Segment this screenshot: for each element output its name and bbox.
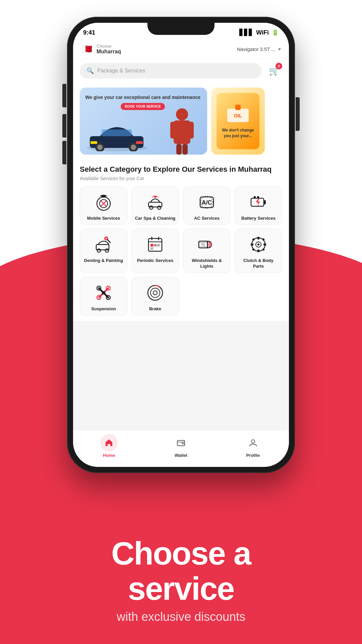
svg-rect-8 [136, 141, 143, 144]
svg-rect-44 [150, 247, 153, 250]
svg-rect-17 [235, 105, 241, 110]
nav-item-home[interactable]: Home [100, 434, 118, 458]
svg-rect-10 [174, 120, 190, 144]
category-label-brake: Brake [149, 306, 161, 312]
mobile-services-icon [93, 192, 114, 213]
wifi-icon: WiFi [256, 29, 269, 36]
location-section[interactable]: 🇧🇭 Choose Muharraq [81, 43, 121, 55]
location-choose-label: Choose [97, 44, 121, 49]
clutch-body-icon [248, 234, 269, 255]
categories-grid: Mobile Services [80, 186, 282, 316]
svg-text:A/C: A/C [202, 199, 212, 206]
home-icon-wrap [100, 434, 118, 451]
profile-icon-wrap [244, 434, 262, 451]
svg-point-22 [149, 206, 153, 209]
category-item-ac[interactable]: A/C AC Services [183, 186, 231, 225]
svg-rect-13 [176, 144, 182, 155]
category-item-windshield[interactable]: Windshields & Lights [183, 229, 231, 273]
profile-icon [248, 438, 258, 447]
svg-point-56 [257, 244, 259, 246]
svg-rect-6 [102, 129, 132, 136]
svg-rect-41 [150, 244, 153, 247]
category-label-windshield: Windshields & Lights [186, 258, 228, 269]
svg-text:OIL: OIL [234, 113, 242, 118]
category-item-denting[interactable]: Denting & Painting [80, 229, 127, 273]
banner-secondary[interactable]: OIL We don't change you just your... [211, 88, 265, 155]
periodic-services-icon [144, 234, 166, 255]
svg-point-23 [158, 206, 161, 209]
bottom-text-section: Choose aservice with exclusive discounts [0, 536, 362, 624]
svg-rect-61 [252, 238, 255, 241]
nav-label-wallet: Wallet [175, 453, 187, 458]
svg-rect-14 [182, 144, 188, 155]
search-placeholder: Package & Services [97, 68, 145, 74]
banner-container: We give your car exceptional care and ma… [80, 88, 282, 155]
car-spa-icon [144, 192, 166, 213]
svg-rect-57 [257, 237, 259, 239]
svg-rect-58 [257, 250, 259, 252]
brake-icon [144, 282, 166, 304]
svg-point-34 [105, 249, 109, 252]
category-label-periodic: Periodic Services [137, 258, 173, 264]
svg-rect-75 [177, 440, 185, 446]
svg-line-53 [202, 243, 205, 245]
signal-icon: ▋▋▋ [239, 29, 253, 36]
section-heading: Select a Category to Explore Our Service… [80, 165, 282, 174]
svg-rect-7 [90, 141, 97, 144]
ac-services-icon: A/C [196, 192, 218, 213]
category-item-suspension[interactable]: Suspension [80, 277, 127, 316]
category-item-brake[interactable]: Brake [131, 277, 179, 316]
phone-frame: 9:41 ▋▋▋ WiFi 🔋 🇧🇭 Choose [67, 17, 295, 473]
flag-icon: 🇧🇭 [81, 43, 93, 55]
banner-main[interactable]: We give your car exceptional care and ma… [80, 88, 207, 155]
denting-painting-icon [93, 234, 114, 255]
car-section[interactable]: Navigator 3.5T ... ▾ [237, 46, 281, 52]
svg-rect-43 [157, 244, 160, 247]
nav-item-profile[interactable]: Profile [244, 434, 262, 458]
search-section: 🔍 Package & Services 🛒 0 [73, 59, 289, 83]
category-item-battery[interactable]: Battery Services [235, 186, 282, 225]
banner-person [170, 108, 194, 155]
status-icons: ▋▋▋ WiFi 🔋 [239, 29, 279, 36]
banner-section: We give your car exceptional care and ma… [73, 83, 289, 159]
svg-point-3 [97, 145, 103, 150]
suspension-icon [93, 282, 114, 304]
battery-icon: 🔋 [272, 29, 279, 36]
svg-rect-60 [263, 244, 266, 246]
svg-rect-11 [170, 122, 175, 139]
subheadline-text: with exclusive discounts [0, 610, 362, 624]
category-label-mobile: Mobile Services [87, 216, 120, 221]
svg-rect-30 [254, 196, 256, 198]
svg-point-67 [102, 291, 105, 294]
svg-rect-29 [264, 200, 266, 204]
svg-rect-20 [102, 195, 106, 198]
search-bar[interactable]: 🔍 Package & Services [80, 63, 261, 78]
wallet-icon-wrap [172, 434, 190, 451]
main-scroll-area[interactable]: We give your car exceptional care and ma… [73, 83, 289, 467]
status-time: 9:41 [83, 29, 95, 36]
section-subheading: Available Services for your Car [80, 176, 282, 181]
nav-item-wallet[interactable]: Wallet [172, 434, 190, 458]
svg-rect-12 [189, 122, 194, 139]
app-header: 🇧🇭 Choose Muharraq Navigator 3.5T ... ▾ [73, 40, 289, 59]
dropdown-icon: ▾ [278, 46, 281, 52]
category-item-clutch[interactable]: Clutch & Body Parts [235, 229, 282, 273]
location-name: Muharraq [97, 49, 121, 55]
category-item-mobile[interactable]: Mobile Services [80, 186, 127, 225]
svg-point-74 [153, 291, 157, 295]
home-icon [104, 438, 114, 447]
category-label-clutch: Clutch & Body Parts [238, 258, 279, 269]
svg-rect-31 [257, 196, 259, 198]
banner-cta-btn[interactable]: BOOK YOUR SERVICE [121, 103, 165, 110]
svg-point-33 [97, 249, 101, 252]
category-item-carspa[interactable]: Car Spa & Cleaning [131, 186, 179, 225]
category-label-denting: Denting & Painting [84, 258, 123, 264]
svg-rect-63 [252, 248, 255, 251]
category-label-suspension: Suspension [91, 306, 116, 312]
svg-rect-62 [262, 238, 265, 241]
svg-rect-47 [199, 243, 207, 247]
svg-point-9 [176, 108, 188, 120]
cart-button[interactable]: 🛒 0 [266, 63, 282, 79]
category-item-periodic[interactable]: Periodic Services [131, 229, 179, 273]
bottom-nav: Home Wallet [73, 430, 289, 467]
